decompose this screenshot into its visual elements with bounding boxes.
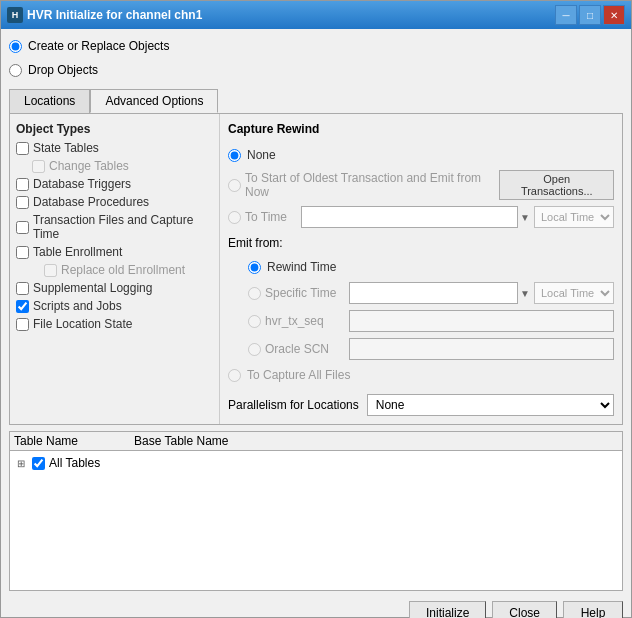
create-replace-radio[interactable] (9, 40, 22, 53)
replace-enrollment-checkbox[interactable] (44, 264, 57, 277)
create-replace-row: Create or Replace Objects (9, 37, 623, 55)
right-panel: Capture Rewind None To Start of Oldest T… (220, 114, 622, 424)
change-tables-checkbox[interactable] (32, 160, 45, 173)
emit-from-text: Emit from: (228, 236, 283, 250)
scripts-jobs-row: Scripts and Jobs (16, 298, 213, 314)
supplemental-logging-row: Supplemental Logging (16, 280, 213, 296)
parallelism-label: Parallelism for Locations (228, 398, 359, 412)
table-section: Table Name Base Table Name ⊞ All Tables (9, 431, 623, 591)
state-tables-row: State Tables (16, 140, 213, 156)
specific-time-row: Specific Time ▼ Local Time (228, 282, 614, 304)
minimize-button[interactable]: ─ (555, 5, 577, 25)
table-body: ⊞ All Tables (10, 451, 622, 475)
state-tables-checkbox[interactable] (16, 142, 29, 155)
oracle-scn-row: Oracle SCN (228, 338, 614, 360)
state-tables-label: State Tables (33, 141, 99, 155)
drop-objects-row: Drop Objects (9, 61, 623, 79)
capture-all-radio[interactable] (228, 369, 241, 382)
close-button[interactable]: Close (492, 601, 557, 618)
tab-bar: Locations Advanced Options (9, 89, 623, 113)
table-row: ⊞ All Tables (14, 455, 618, 471)
change-tables-label: Change Tables (49, 159, 129, 173)
col-table-name: Table Name (14, 434, 134, 448)
tab-locations[interactable]: Locations (9, 89, 90, 113)
db-procedures-label: Database Procedures (33, 195, 149, 209)
all-tables-checkbox[interactable] (32, 457, 45, 470)
tabs-area: Locations Advanced Options Object Types … (9, 85, 623, 425)
main-window: H HVR Initialize for channel chn1 ─ □ ✕ … (0, 0, 632, 618)
specific-time-input-group: ▼ (349, 282, 530, 304)
scripts-jobs-label: Scripts and Jobs (33, 299, 122, 313)
parallelism-row: Parallelism for Locations None 1 2 4 8 (228, 394, 614, 416)
db-triggers-label: Database Triggers (33, 177, 131, 191)
db-procedures-row: Database Procedures (16, 194, 213, 210)
drop-objects-label: Drop Objects (28, 63, 98, 77)
db-procedures-checkbox[interactable] (16, 196, 29, 209)
oracle-scn-radio[interactable] (248, 343, 261, 356)
capture-all-label: To Capture All Files (247, 368, 350, 382)
supplemental-logging-checkbox[interactable] (16, 282, 29, 295)
local-time-select-1[interactable]: Local Time (534, 206, 614, 228)
help-button[interactable]: Help (563, 601, 623, 618)
transaction-files-row: Transaction Files and Capture Time (16, 212, 213, 242)
close-window-button[interactable]: ✕ (603, 5, 625, 25)
none-label: None (247, 148, 276, 162)
maximize-button[interactable]: □ (579, 5, 601, 25)
specific-time-label: Specific Time (265, 286, 345, 300)
hvr-tx-seq-input[interactable] (349, 310, 614, 332)
tab-advanced-options[interactable]: Advanced Options (90, 89, 218, 113)
parallelism-select[interactable]: None 1 2 4 8 (367, 394, 614, 416)
change-tables-row: Change Tables (16, 158, 213, 174)
create-replace-label: Create or Replace Objects (28, 39, 169, 53)
title-bar-buttons: ─ □ ✕ (555, 5, 625, 25)
table-enrollment-label: Table Enrollment (33, 245, 122, 259)
to-time-input[interactable] (301, 206, 518, 228)
table-enrollment-row: Table Enrollment (16, 244, 213, 260)
open-transactions-button[interactable]: Open Transactions... (499, 170, 614, 200)
transaction-files-checkbox[interactable] (16, 221, 29, 234)
scripts-jobs-checkbox[interactable] (16, 300, 29, 313)
object-types-label: Object Types (16, 120, 213, 138)
window-content: Create or Replace Objects Drop Objects L… (1, 29, 631, 618)
title-bar-title: HVR Initialize for channel chn1 (27, 8, 551, 22)
rewind-time-label: Rewind Time (267, 260, 336, 274)
specific-time-input[interactable] (349, 282, 518, 304)
initialize-button[interactable]: Initialize (409, 601, 486, 618)
file-location-checkbox[interactable] (16, 318, 29, 331)
replace-enrollment-row: Replace old Enrollment (16, 262, 213, 278)
file-location-row: File Location State (16, 316, 213, 332)
supplemental-logging-label: Supplemental Logging (33, 281, 152, 295)
left-panel: Object Types State Tables Change Tables … (10, 114, 220, 424)
rewind-time-radio[interactable] (248, 261, 261, 274)
capture-all-row: To Capture All Files (228, 366, 614, 384)
hvr-tx-seq-radio[interactable] (248, 315, 261, 328)
oracle-scn-label: Oracle SCN (265, 342, 345, 356)
to-start-radio[interactable] (228, 179, 241, 192)
to-start-row: To Start of Oldest Transaction and Emit … (228, 170, 614, 200)
oracle-scn-input[interactable] (349, 338, 614, 360)
file-location-label: File Location State (33, 317, 132, 331)
tab-content: Object Types State Tables Change Tables … (9, 113, 623, 425)
dropdown-arrow-time: ▼ (520, 212, 530, 223)
button-row: Initialize Close Help (9, 597, 623, 618)
rewind-time-row: Rewind Time (228, 258, 614, 276)
drop-objects-radio[interactable] (9, 64, 22, 77)
capture-rewind-title: Capture Rewind (228, 122, 614, 136)
expand-icon[interactable]: ⊞ (14, 456, 28, 470)
local-time-select-2[interactable]: Local Time (534, 282, 614, 304)
title-bar-icon: H (7, 7, 23, 23)
none-radio[interactable] (228, 149, 241, 162)
emit-from-label: Emit from: (228, 234, 614, 252)
to-time-radio[interactable] (228, 211, 241, 224)
to-start-label: To Start of Oldest Transaction and Emit … (245, 171, 495, 199)
transaction-files-label: Transaction Files and Capture Time (33, 213, 213, 241)
table-enrollment-checkbox[interactable] (16, 246, 29, 259)
specific-time-radio[interactable] (248, 287, 261, 300)
to-time-row: To Time ▼ Local Time (228, 206, 614, 228)
all-tables-label: All Tables (49, 456, 100, 470)
none-row: None (228, 146, 614, 164)
to-time-label: To Time (245, 210, 297, 224)
hvr-tx-seq-label: hvr_tx_seq (265, 314, 345, 328)
db-triggers-checkbox[interactable] (16, 178, 29, 191)
replace-enrollment-label: Replace old Enrollment (61, 263, 185, 277)
